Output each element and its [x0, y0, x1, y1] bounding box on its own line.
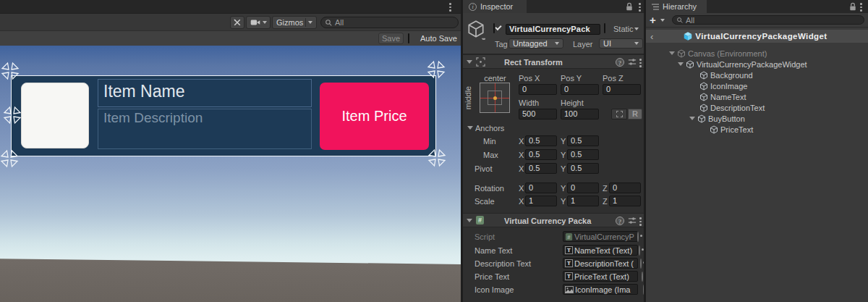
lock-icon[interactable] [625, 2, 634, 12]
layer-dropdown[interactable]: UI [599, 38, 643, 49]
blueprint-mode-button[interactable] [611, 109, 627, 119]
active-checkbox[interactable] [493, 23, 495, 33]
tree-item-iconimage[interactable]: IconImage [646, 80, 868, 91]
object-picker-icon[interactable] [637, 232, 639, 242]
gizmos-dropdown[interactable]: Gizmos [272, 16, 317, 29]
scene-camera-button[interactable] [246, 16, 271, 29]
scene-tab-strip [0, 0, 461, 13]
foldout-arrow-icon[interactable] [678, 62, 684, 66]
script-object-field[interactable]: # VirtualCurrencyP [563, 231, 638, 242]
pivot-x-input[interactable]: 0.5 [525, 163, 557, 174]
lock-icon[interactable] [848, 2, 857, 12]
anchor-preset-widget[interactable] [480, 83, 510, 113]
max-x-input[interactable]: 0.5 [525, 149, 557, 160]
widget-icon-image[interactable] [21, 83, 89, 148]
gameobject-name-field[interactable]: VirtualCurrencyPack [506, 24, 600, 35]
anchors-foldout-arrow[interactable] [467, 126, 473, 130]
rect-transform-header[interactable]: Rect Transform ? [463, 54, 644, 69]
min-x-input[interactable]: 0.5 [525, 135, 557, 146]
hierarchy-search-input[interactable]: All [672, 15, 864, 25]
inspector-kebab-menu-icon[interactable] [639, 3, 641, 12]
widget-buy-button[interactable]: Item Price [320, 83, 429, 150]
layer-dropdown-arrow [634, 42, 639, 45]
anchor-vertical-label: middle [464, 86, 472, 109]
description-text-object-value: DescriptionText ( [574, 259, 634, 268]
gameobject-header: VirtualCurrencyPack Static Tag Untagged … [463, 13, 644, 54]
tab-inspector[interactable]: i Inspector [463, 0, 527, 13]
create-dropdown-arrow[interactable] [660, 19, 665, 22]
min-y-input[interactable]: 0.5 [567, 135, 599, 146]
description-text-object-field[interactable]: T DescriptionText ( [563, 258, 638, 269]
name-text-object-field[interactable]: T NameText (Text) [563, 245, 638, 256]
gameobject-cube-icon [699, 104, 708, 112]
widget-description-text[interactable]: Item Description [98, 109, 312, 149]
hierarchy-kebab-menu-icon[interactable] [860, 3, 862, 12]
auto-save-checkbox[interactable] [408, 33, 409, 43]
object-picker-icon[interactable] [640, 259, 642, 269]
static-checkbox[interactable] [604, 23, 605, 33]
foldout-arrow-icon[interactable] [669, 51, 675, 55]
scene-search-input[interactable]: All [320, 17, 459, 28]
object-picker-icon[interactable] [639, 246, 640, 256]
pos-y-input[interactable]: 0 [561, 84, 599, 95]
save-button[interactable]: Save [378, 33, 404, 44]
scene-kebab-menu-icon[interactable] [449, 3, 451, 12]
max-y-input[interactable]: 0.5 [567, 149, 599, 160]
icon-image-object-field[interactable]: IconImage (Ima [563, 284, 638, 295]
raw-edit-mode-button[interactable]: R [628, 109, 642, 119]
tree-item-label: PriceText [720, 125, 753, 134]
scale-z-input[interactable]: 1 [609, 196, 641, 206]
gameobject-cube-icon[interactable] [467, 20, 485, 40]
height-input[interactable]: 100 [561, 109, 599, 119]
component-kebab-icon[interactable] [639, 217, 642, 226]
tree-item-nametext[interactable]: NameText [646, 91, 868, 102]
gameobject-cube-icon [699, 71, 708, 80]
tree-item-background[interactable]: Background [646, 70, 868, 80]
help-icon[interactable]: ? [616, 58, 624, 67]
tree-item-virtualcurrencypackagewidget[interactable]: VirtualCurrencyPackageWidget [646, 59, 868, 70]
presets-icon[interactable] [628, 58, 637, 66]
axis-x-label: X [519, 137, 524, 146]
pos-z-input[interactable]: 0 [603, 84, 641, 95]
rotation-label: Rotation [475, 184, 504, 193]
tag-dropdown[interactable]: Untagged [509, 38, 563, 49]
rotation-x-input[interactable]: 0 [525, 183, 557, 193]
help-icon[interactable]: ? [616, 217, 624, 225]
tag-label: Tag [495, 40, 508, 49]
currency-widget-panel[interactable]: Item Name Item Description Item Price [11, 75, 436, 156]
component-kebab-icon[interactable] [639, 59, 642, 67]
pos-x-input[interactable]: 0 [519, 84, 557, 95]
virtual-currency-component-header[interactable]: # Virtual Currency Packa ? [463, 213, 644, 227]
scale-y-input[interactable]: 1 [567, 196, 599, 206]
axis-y-label: Y [561, 197, 566, 206]
tab-hierarchy[interactable]: Hierarchy [646, 0, 707, 13]
gizmos-dropdown-arrow [308, 21, 312, 24]
text-component-icon: T [565, 246, 573, 254]
scale-x-input[interactable]: 1 [525, 196, 557, 206]
prefab-root-title[interactable]: VirtualCurrencyPackageWidget [695, 32, 827, 41]
tree-item-descriptiontext[interactable]: DescriptionText [646, 102, 868, 113]
foldout-arrow-icon[interactable] [689, 117, 695, 120]
presets-icon[interactable] [628, 217, 637, 225]
create-button[interactable]: + [650, 14, 656, 26]
tree-item-canvas[interactable]: Canvas (Environment) [646, 48, 868, 59]
widget-name-text[interactable]: Item Name [98, 79, 312, 107]
width-label: Width [519, 98, 539, 107]
width-input[interactable]: 500 [519, 109, 557, 119]
rotation-y-input[interactable]: 0 [567, 183, 599, 193]
gameobject-cube-icon [686, 60, 694, 69]
tree-item-label: VirtualCurrencyPackageWidget [697, 60, 807, 69]
rotation-z-input[interactable]: 0 [609, 183, 641, 193]
static-dropdown-arrow[interactable] [634, 28, 639, 30]
axis-y-label: Y [561, 184, 566, 193]
tools-button[interactable] [230, 16, 244, 29]
foldout-arrow-icon[interactable] [467, 219, 472, 222]
pivot-y-input[interactable]: 0.5 [567, 163, 599, 174]
tree-item-pricetext[interactable]: PriceText [646, 124, 868, 135]
price-text-object-field[interactable]: T PriceText (Text) [563, 271, 638, 282]
back-arrow[interactable]: ‹ [650, 31, 653, 42]
scene-viewport[interactable]: Item Name Item Description Item Price [0, 46, 461, 302]
tree-item-buybutton[interactable]: BuyButton [646, 113, 868, 124]
object-picker-icon[interactable] [642, 272, 643, 282]
foldout-arrow-icon[interactable] [467, 60, 472, 64]
